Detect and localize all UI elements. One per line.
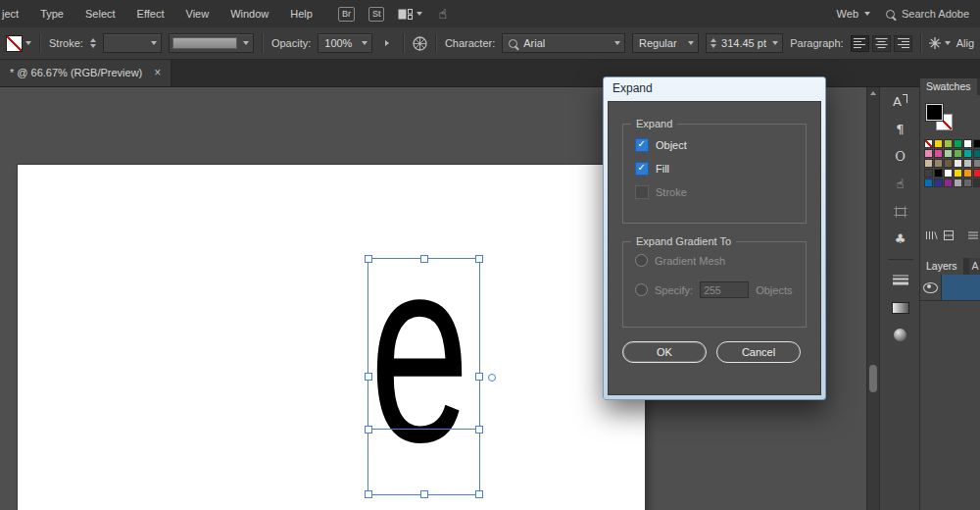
- radio-gradient-mesh[interactable]: [635, 254, 648, 267]
- recolor-artwork-button[interactable]: [413, 36, 427, 51]
- font-family-select[interactable]: Arial: [502, 33, 625, 53]
- selection-handle[interactable]: [475, 373, 483, 381]
- opacity-select[interactable]: 100%: [318, 33, 372, 53]
- tab-artboards-partial[interactable]: A: [969, 258, 980, 275]
- panel-options-button[interactable]: [929, 37, 951, 49]
- touch-type-panel-icon[interactable]: ☝: [886, 175, 915, 193]
- symbols-panel-icon[interactable]: ♣: [886, 230, 915, 248]
- checkbox-object[interactable]: [635, 138, 649, 152]
- font-style-select[interactable]: Regular: [632, 33, 699, 53]
- selection-handle[interactable]: [475, 255, 483, 263]
- character-label[interactable]: Character:: [445, 37, 495, 49]
- scrollbar-thumb[interactable]: [869, 365, 877, 392]
- swatch-kinds-button[interactable]: [944, 230, 954, 240]
- swatch[interactable]: [963, 169, 972, 178]
- anchor-point-circle[interactable]: [488, 374, 496, 382]
- document-tab[interactable]: * @ 66.67% (RGB/Preview) ×: [0, 59, 172, 86]
- bridge-button[interactable]: Br: [338, 7, 355, 22]
- width-profile-select[interactable]: [169, 33, 254, 53]
- swatch[interactable]: [944, 139, 953, 148]
- swatch[interactable]: [934, 159, 943, 168]
- swatch[interactable]: [954, 178, 962, 187]
- checkbox-fill[interactable]: [635, 162, 649, 176]
- swatch[interactable]: [963, 159, 972, 168]
- paragraph-panel-icon[interactable]: ¶: [886, 120, 915, 138]
- search-adobe[interactable]: [886, 7, 972, 21]
- transparency-panel-icon[interactable]: [886, 326, 915, 344]
- swatch[interactable]: [973, 159, 980, 168]
- opacity-options-button[interactable]: [379, 34, 395, 52]
- fill-black-swatch[interactable]: [926, 104, 943, 121]
- selection-handle[interactable]: [365, 373, 372, 381]
- swatch[interactable]: [973, 139, 980, 148]
- align-right-button[interactable]: [894, 35, 912, 52]
- arrange-documents-button[interactable]: [398, 9, 422, 20]
- dialog-title[interactable]: Expand: [604, 77, 825, 100]
- swatch[interactable]: [963, 178, 972, 187]
- menu-window[interactable]: Window: [230, 8, 269, 20]
- swatch[interactable]: [973, 169, 980, 178]
- menu-select[interactable]: Select: [85, 8, 116, 20]
- paragraph-label[interactable]: Paragraph:: [790, 37, 843, 49]
- fill-color-swatch[interactable]: [6, 35, 31, 52]
- menu-view[interactable]: View: [186, 8, 210, 20]
- artboard[interactable]: [18, 165, 645, 510]
- swatch[interactable]: [973, 149, 980, 158]
- swatch[interactable]: [954, 169, 962, 178]
- workspace-switcher[interactable]: Web: [837, 8, 870, 20]
- swatch[interactable]: [924, 149, 933, 158]
- swatch[interactable]: [934, 139, 943, 148]
- selected-layer-highlight[interactable]: [942, 275, 980, 300]
- stroke-weight-stepper[interactable]: [90, 38, 96, 48]
- tab-swatches[interactable]: Swatches: [920, 78, 977, 95]
- checkbox-stroke[interactable]: [635, 185, 649, 199]
- menu-object-partial[interactable]: ject: [2, 8, 19, 20]
- option-fill[interactable]: Fill: [635, 162, 669, 176]
- layer-row[interactable]: [920, 275, 980, 301]
- swatch[interactable]: [924, 169, 933, 178]
- fill-stroke-proxy[interactable]: [926, 104, 957, 133]
- selection-handle[interactable]: [365, 490, 372, 498]
- menu-effect[interactable]: Effect: [137, 8, 165, 20]
- swatch[interactable]: [963, 139, 972, 148]
- align-left-button[interactable]: [851, 35, 869, 52]
- swatch-libraries-button[interactable]: [925, 230, 938, 240]
- font-size-stepper[interactable]: [710, 38, 716, 48]
- baseline-handle[interactable]: [475, 426, 483, 434]
- specify-objects-input[interactable]: [700, 281, 749, 298]
- cancel-button[interactable]: Cancel: [716, 341, 801, 363]
- stroke-panel-icon[interactable]: [886, 271, 915, 289]
- option-gradient-mesh[interactable]: Gradient Mesh: [635, 254, 725, 267]
- option-specify[interactable]: Specify: Objects: [635, 281, 792, 298]
- swatch[interactable]: [924, 159, 933, 168]
- swatch[interactable]: [924, 139, 933, 148]
- radio-specify[interactable]: [635, 283, 648, 296]
- align-panel-label-partial[interactable]: Alig: [956, 37, 974, 49]
- stroke-weight-select[interactable]: [103, 33, 162, 53]
- option-object[interactable]: Object: [635, 138, 687, 152]
- swatch[interactable]: [934, 149, 943, 158]
- gradient-panel-icon[interactable]: [886, 298, 915, 317]
- swatch[interactable]: [944, 149, 953, 158]
- tab-layers[interactable]: Layers: [920, 258, 963, 275]
- visibility-toggle[interactable]: [920, 275, 942, 300]
- swatch[interactable]: [973, 178, 980, 187]
- close-tab-icon[interactable]: ×: [154, 66, 161, 79]
- search-input[interactable]: [900, 7, 972, 21]
- swatch[interactable]: [924, 178, 933, 187]
- swatch[interactable]: [934, 169, 943, 178]
- selection-handle[interactable]: [420, 255, 428, 263]
- font-size-control[interactable]: 314.45 pt: [706, 33, 783, 53]
- stock-button[interactable]: St: [368, 7, 385, 22]
- selection-handle[interactable]: [420, 490, 428, 498]
- artboard-panel-icon[interactable]: [886, 202, 915, 221]
- option-stroke[interactable]: Stroke: [635, 185, 687, 199]
- touch-workspace-button[interactable]: ☝: [438, 6, 447, 22]
- ok-button[interactable]: OK: [622, 341, 707, 363]
- swatch[interactable]: [954, 139, 962, 148]
- align-center-button[interactable]: [872, 35, 891, 52]
- swatch[interactable]: [954, 149, 962, 158]
- panel-menu-button[interactable]: [968, 231, 978, 239]
- character-panel-icon[interactable]: A: [886, 92, 915, 111]
- scroll-up-arrow-icon[interactable]: [870, 91, 876, 95]
